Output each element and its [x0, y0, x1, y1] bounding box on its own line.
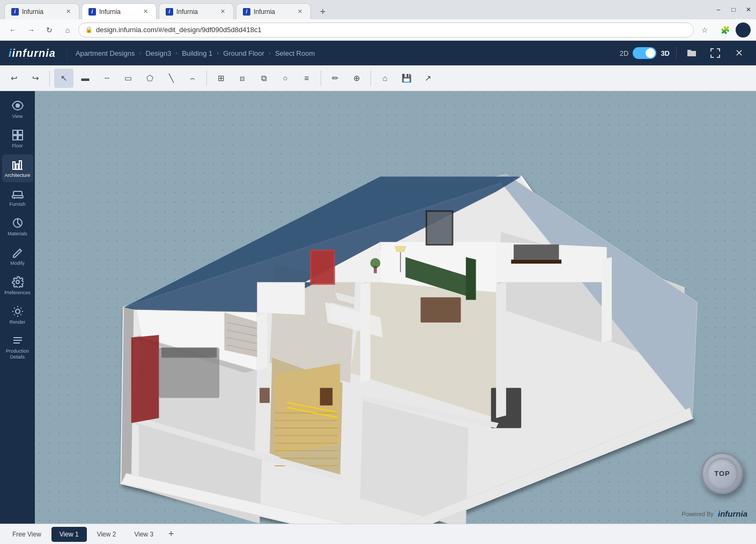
back-button[interactable]: ← — [5, 23, 20, 38]
view-tab-free[interactable]: Free View — [4, 527, 49, 542]
address-bar[interactable]: 🔒 design.infurnia.com/#/edit_design/9df0… — [78, 23, 694, 38]
svg-marker-76 — [360, 282, 370, 383]
svg-rect-1 — [13, 130, 17, 135]
share-button[interactable]: ↗ — [418, 69, 438, 88]
svg-rect-65 — [374, 266, 377, 273]
svg-rect-5 — [13, 162, 15, 169]
draw-wall-tool[interactable]: ▬ — [76, 69, 95, 88]
stack-tool[interactable]: ≡ — [297, 69, 316, 88]
svg-marker-50 — [466, 257, 476, 300]
sidebar-item-render[interactable]: Render — [2, 301, 33, 330]
brand-logo-text: iinfurnia — [716, 509, 747, 518]
rectangle-tool[interactable]: ▭ — [118, 69, 138, 88]
minimize-button[interactable]: – — [711, 4, 726, 16]
svg-rect-51 — [420, 297, 461, 323]
breadcrumb-item[interactable]: Design3 — [145, 49, 171, 57]
furnish-icon — [12, 188, 24, 202]
select-tool[interactable]: ↖ — [54, 69, 73, 88]
view-tab-view3[interactable]: View 3 — [126, 527, 161, 542]
zoom-tool[interactable]: ⊕ — [347, 69, 366, 88]
add-view-button[interactable]: + — [164, 527, 179, 542]
toolbar-separator — [321, 71, 321, 86]
toolbar-separator — [370, 71, 371, 86]
save-button[interactable]: 💾 — [397, 69, 416, 88]
svg-point-13 — [16, 280, 19, 284]
floor-icon — [12, 129, 24, 143]
sidebar-item-furnish[interactable]: Furnish — [2, 183, 33, 212]
layers-tool[interactable]: ⧉ — [254, 69, 273, 88]
view-tab-view1[interactable]: View 1 — [51, 527, 87, 542]
browser-tab[interactable]: Infurnia ✕ — [81, 3, 157, 19]
svg-marker-75 — [257, 312, 267, 370]
svg-rect-9 — [12, 196, 23, 198]
breadcrumb-item[interactable]: Select Room — [275, 49, 315, 57]
light-tool[interactable]: ○ — [276, 69, 295, 88]
draw-tool[interactable]: ✏ — [325, 69, 345, 88]
home-view-button[interactable]: ⌂ — [375, 69, 395, 88]
maximize-button[interactable]: □ — [726, 4, 741, 16]
view-icon — [12, 100, 24, 114]
tab-title: Infurnia — [176, 8, 216, 16]
svg-rect-2 — [18, 130, 23, 135]
view-mode-toggle[interactable]: 2D 3D — [620, 47, 670, 59]
bookmark-button[interactable]: ☆ — [697, 23, 712, 38]
close-window-button[interactable]: ✕ — [741, 4, 756, 16]
folder-button[interactable] — [683, 44, 700, 62]
dashed-wall-tool[interactable]: ╌ — [97, 69, 116, 88]
lock-icon: 🔒 — [85, 26, 93, 33]
powered-by-text: Powered By — [682, 511, 714, 517]
browser-tab[interactable]: Infurnia ✕ — [4, 3, 79, 19]
reload-button[interactable]: ↻ — [42, 23, 57, 38]
header-divider — [676, 47, 677, 59]
svg-rect-3 — [13, 136, 17, 140]
line-tool[interactable]: ╲ — [161, 69, 181, 88]
extensions-button[interactable]: 🧩 — [717, 23, 732, 38]
redo-button[interactable]: ↪ — [26, 69, 45, 88]
sidebar-item-floor[interactable]: Floor — [2, 125, 33, 153]
arc-tool[interactable]: ⌢ — [183, 69, 202, 88]
breadcrumb-separator: › — [175, 49, 177, 57]
sidebar-item-architecture[interactable]: Architecture — [2, 154, 33, 183]
sidebar-item-view[interactable]: View — [2, 95, 33, 124]
sidebar-item-materials[interactable]: Materials — [2, 213, 33, 241]
breadcrumb-item[interactable]: Apartment Designs — [76, 49, 135, 57]
svg-rect-63 — [427, 212, 452, 244]
home-browser-button[interactable]: ⌂ — [60, 23, 75, 38]
modify-icon — [12, 247, 24, 260]
sidebar-item-modify[interactable]: Modify — [2, 242, 33, 271]
compass-widget[interactable]: TOP — [701, 452, 743, 494]
breadcrumb-item[interactable]: Building 1 — [182, 49, 212, 57]
sidebar-label-floor: Floor — [12, 143, 23, 149]
profile-button[interactable] — [736, 23, 751, 38]
svg-marker-78 — [602, 257, 612, 343]
undo-button[interactable]: ↩ — [4, 69, 24, 88]
new-tab-button[interactable]: + — [315, 4, 330, 19]
svg-rect-71 — [320, 388, 332, 406]
sidebar-label-view: View — [12, 114, 23, 120]
toggle-switch[interactable] — [633, 47, 656, 59]
sidebar-label-preferences: Preferences — [4, 290, 31, 296]
canvas-area[interactable]: TOP Powered By iinfurnia — [35, 91, 756, 524]
shape-tool[interactable]: ⬠ — [140, 69, 159, 88]
close-app-button[interactable]: ✕ — [730, 44, 747, 62]
sidebar-item-production[interactable]: Production Details — [2, 330, 33, 364]
fullscreen-button[interactable] — [707, 44, 724, 62]
tab-close-button[interactable]: ✕ — [218, 8, 227, 16]
2d-label: 2D — [620, 49, 629, 57]
sidebar-item-preferences[interactable]: Preferences — [2, 272, 33, 300]
svg-marker-69 — [395, 246, 407, 252]
svg-rect-67 — [514, 244, 559, 259]
sidebar-label-render: Render — [10, 319, 26, 325]
tab-close-button[interactable]: ✕ — [141, 8, 150, 16]
architecture-icon — [12, 159, 24, 173]
browser-tab[interactable]: Infurnia ✕ — [236, 3, 311, 19]
tab-close-button[interactable]: ✕ — [295, 8, 304, 16]
hatch-tool[interactable]: ⧈ — [233, 69, 252, 88]
breadcrumb-item[interactable]: Ground Floor — [223, 49, 264, 57]
browser-tab[interactable]: Infurnia ✕ — [159, 3, 234, 19]
tab-close-button[interactable]: ✕ — [64, 8, 72, 16]
forward-button[interactable]: → — [24, 23, 39, 38]
grid-tool[interactable]: ⊞ — [211, 69, 231, 88]
svg-rect-66 — [511, 259, 561, 264]
view-tab-view2[interactable]: View 2 — [89, 527, 124, 542]
